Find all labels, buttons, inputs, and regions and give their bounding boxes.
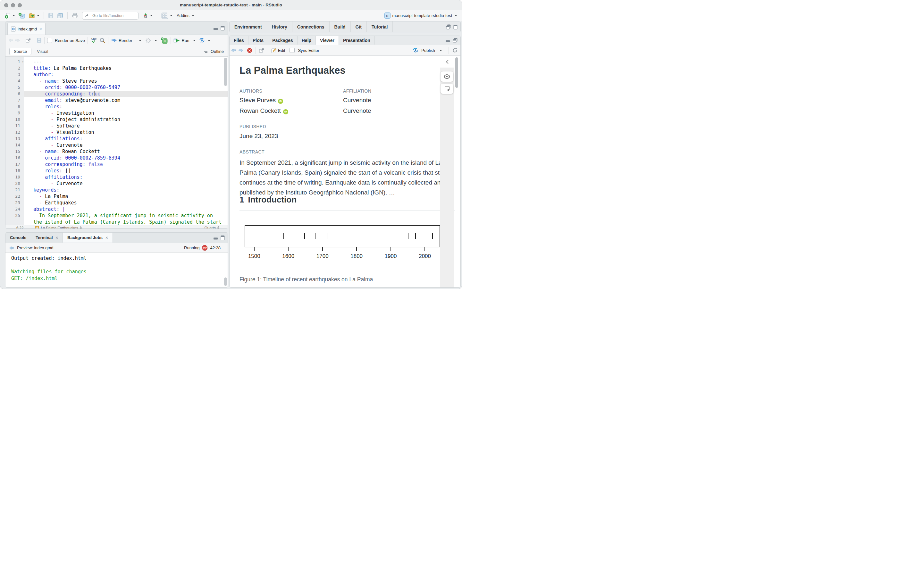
annotation-note-button[interactable]: [441, 84, 453, 94]
collapse-sidebar-button[interactable]: [440, 56, 454, 68]
code-line[interactable]: 9 - Investigation: [5, 110, 228, 116]
back-icon[interactable]: [8, 38, 14, 43]
close-tab-icon[interactable]: ×: [56, 235, 59, 240]
close-window-button[interactable]: [4, 3, 8, 7]
back-icon[interactable]: [231, 48, 237, 53]
run-button[interactable]: Run: [182, 38, 189, 43]
code-line[interactable]: 16 orcid: 0000-0002-7859-8394: [5, 155, 228, 161]
console-scrollbar[interactable]: [224, 278, 227, 286]
save-icon[interactable]: [37, 38, 42, 43]
source-mode-button[interactable]: Source: [9, 48, 31, 55]
edit-button[interactable]: Edit: [278, 48, 285, 53]
refresh-icon[interactable]: [452, 47, 458, 53]
forward-icon[interactable]: [15, 38, 20, 43]
popout-icon[interactable]: [259, 48, 265, 53]
code-editor[interactable]: 1▾---2title: La Palma Earthquakes3author…: [5, 57, 228, 225]
search-icon[interactable]: [99, 37, 106, 43]
console-tab-terminal[interactable]: Terminal×: [31, 232, 63, 242]
maximize-pane-icon[interactable]: [221, 26, 225, 31]
tab-index-qmd[interactable]: index.qmd ×: [7, 23, 46, 35]
code-line[interactable]: 24abstract: |: [5, 206, 228, 213]
code-line[interactable]: 5 orcid: 0000-0002-0760-5497: [5, 84, 228, 91]
code-line[interactable]: 2title: La Palma Earthquakes: [5, 65, 228, 71]
tab-help[interactable]: Help: [298, 36, 316, 45]
pane-layout-button[interactable]: [160, 12, 174, 19]
code-line[interactable]: 23 - Earthquakes: [5, 200, 228, 206]
back-icon[interactable]: [9, 245, 15, 250]
tab-history[interactable]: History: [267, 21, 293, 32]
close-tab-icon[interactable]: ×: [106, 235, 108, 240]
popout-icon[interactable]: [26, 38, 31, 43]
spellcheck-icon[interactable]: ABC: [90, 37, 98, 44]
dropdown-caret-icon[interactable]: [139, 40, 142, 41]
tab-packages[interactable]: Packages: [268, 36, 298, 45]
restore-pane-icon[interactable]: [453, 38, 457, 43]
code-line[interactable]: 14 - Curvenote: [5, 142, 228, 148]
tab-connections[interactable]: Connections: [293, 21, 330, 32]
visual-mode-button[interactable]: Visual: [33, 48, 52, 55]
code-line[interactable]: 25 In September 2021, a significant jump…: [5, 213, 228, 219]
dropdown-caret-icon[interactable]: [193, 40, 195, 41]
render-button[interactable]: Render: [119, 38, 132, 43]
project-selector[interactable]: R manuscript-template-rstudio-test: [384, 13, 459, 19]
filetype-updown-icon[interactable]: [217, 226, 219, 229]
tab-environment[interactable]: Environment: [229, 21, 267, 32]
save-all-button[interactable]: [56, 12, 64, 19]
preview-eye-button[interactable]: [441, 71, 453, 82]
code-line[interactable]: 13 affiliations:: [5, 136, 228, 142]
rerun-icon[interactable]: [199, 37, 205, 43]
minimize-pane-icon[interactable]: [445, 39, 450, 42]
minimize-pane-icon[interactable]: [213, 236, 218, 240]
tab-plots[interactable]: Plots: [249, 36, 268, 45]
minimize-pane-icon[interactable]: [213, 26, 218, 30]
code-line[interactable]: 8 roles:: [5, 104, 228, 110]
clear-viewer-icon[interactable]: [247, 48, 252, 53]
stop-job-button[interactable]: STOP: [202, 245, 207, 250]
publish-button[interactable]: Publish: [421, 48, 435, 53]
code-line[interactable]: 4 - name: Steve Purves: [5, 78, 228, 84]
save-button[interactable]: [47, 12, 55, 19]
code-line[interactable]: 10 - Project administration: [5, 116, 228, 123]
tab-build[interactable]: Build: [330, 21, 351, 32]
code-line[interactable]: 20 - Curvenote: [5, 180, 228, 187]
new-project-button[interactable]: R: [17, 12, 26, 19]
orcid-icon[interactable]: iD: [283, 109, 288, 114]
code-line[interactable]: 21keywords:: [5, 187, 228, 193]
code-line[interactable]: 18 roles: []: [5, 167, 228, 174]
code-line[interactable]: 19 affiliations:: [5, 174, 228, 180]
job-output[interactable]: Output created: index.html Watching file…: [5, 253, 228, 287]
tab-viewer[interactable]: Viewer: [316, 36, 339, 45]
console-tab-background-jobs[interactable]: Background Jobs×: [63, 232, 112, 242]
outline-button[interactable]: Outline: [204, 49, 224, 54]
code-line[interactable]: 17 corresponding: false: [5, 161, 228, 167]
new-file-button[interactable]: [3, 12, 16, 19]
maximize-pane-icon[interactable]: [221, 235, 225, 240]
code-line[interactable]: 12 - Visualization: [5, 129, 228, 136]
close-tab-icon[interactable]: ×: [39, 27, 42, 31]
filetype-selector[interactable]: Quarto: [205, 226, 216, 229]
code-line[interactable]: 3author:: [5, 71, 228, 78]
open-file-button[interactable]: [28, 12, 41, 19]
section-updown-icon[interactable]: [80, 226, 82, 229]
code-line[interactable]: 1▾---: [5, 58, 228, 65]
sync-editor-checkbox[interactable]: [290, 48, 294, 53]
tab-files[interactable]: Files: [229, 36, 249, 45]
addins-button[interactable]: Addins: [175, 12, 196, 19]
minimize-window-button[interactable]: [11, 3, 15, 7]
code-line[interactable]: 7 email: steve@curvenote.com: [5, 97, 228, 104]
tab-git[interactable]: Git: [351, 21, 367, 32]
code-line[interactable]: 6 corresponding: true: [5, 91, 228, 97]
code-line[interactable]: 11 - Software: [5, 123, 228, 129]
maximize-pane-icon[interactable]: [453, 25, 457, 29]
restore-pane-icon[interactable]: [446, 24, 451, 29]
zoom-window-button[interactable]: [18, 3, 22, 7]
forward-icon[interactable]: [238, 48, 244, 53]
console-tab-console[interactable]: Console: [5, 232, 31, 242]
dropdown-caret-icon[interactable]: [208, 40, 210, 41]
version-control-button[interactable]: G: [142, 12, 154, 19]
dropdown-caret-icon[interactable]: [155, 40, 157, 41]
dropdown-caret-icon[interactable]: [439, 50, 442, 51]
gear-icon[interactable]: [145, 37, 151, 44]
print-button[interactable]: [71, 12, 79, 19]
tab-tutorial[interactable]: Tutorial: [367, 21, 393, 32]
